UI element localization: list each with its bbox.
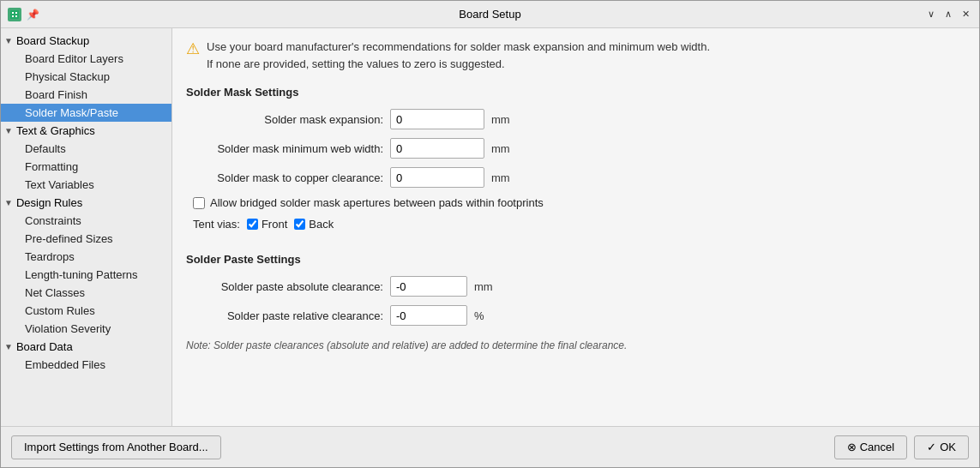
sidebar-item-defaults[interactable]: Defaults	[1, 140, 171, 158]
sidebar-item-teardrops[interactable]: Teardrops	[1, 248, 171, 266]
svg-rect-0	[10, 10, 19, 19]
warning-box: ⚠ Use your board manufacturer's recommen…	[186, 39, 965, 72]
sidebar-item-net-classes[interactable]: Net Classes	[1, 284, 171, 302]
solder-mask-copper-clearance-label: Solder mask to copper clearance:	[186, 171, 383, 184]
sidebar: ▼ Board Stackup Board Editor Layers Phys…	[1, 28, 172, 426]
solder-mask-min-web-label: Solder mask minimum web width:	[186, 142, 383, 155]
allow-bridged-checkbox[interactable]	[193, 197, 205, 209]
titlebar: 📌 Board Setup ∨ ∧ ✕	[1, 1, 979, 28]
arrow-icon: ▼	[4, 198, 13, 207]
sidebar-item-constraints[interactable]: Constraints	[1, 212, 171, 230]
solder-mask-copper-clearance-unit: mm	[491, 171, 510, 184]
solder-paste-absolute-label: Solder paste absolute clearance:	[186, 280, 383, 293]
ok-button[interactable]: ✓ OK	[914, 435, 969, 459]
sidebar-item-pre-defined-sizes[interactable]: Pre-defined Sizes	[1, 230, 171, 248]
solder-mask-title: Solder Mask Settings	[186, 86, 965, 99]
sidebar-section-board-stackup: ▼ Board Stackup Board Editor Layers Phys…	[1, 32, 171, 122]
arrow-icon: ▼	[4, 342, 13, 351]
warning-icon: ⚠	[186, 39, 200, 58]
solder-paste-title: Solder Paste Settings	[186, 253, 965, 266]
sidebar-section-board-data: ▼ Board Data Embedded Files	[1, 338, 171, 374]
sidebar-item-solder-mask-paste[interactable]: Solder Mask/Paste	[1, 104, 171, 122]
ok-icon: ✓	[927, 441, 936, 453]
svg-rect-4	[15, 15, 17, 17]
sidebar-item-board-finish[interactable]: Board Finish	[1, 86, 171, 104]
solder-mask-expansion-row: Solder mask expansion: mm	[186, 109, 965, 129]
tent-front-checkbox[interactable]	[247, 219, 258, 230]
minimize-button[interactable]: ∨	[924, 8, 938, 21]
sidebar-section-text-graphics: ▼ Text & Graphics Defaults Formatting Te…	[1, 122, 171, 194]
warning-text: Use your board manufacturer's recommenda…	[207, 39, 710, 72]
solder-paste-relative-unit: %	[474, 309, 484, 322]
solder-paste-absolute-row: Solder paste absolute clearance: mm	[186, 276, 965, 297]
board-setup-window: 📌 Board Setup ∨ ∧ ✕ ▼ Board Stackup Boar…	[0, 0, 980, 468]
sidebar-group-design-rules[interactable]: ▼ Design Rules	[1, 194, 171, 212]
footer: Import Settings from Another Board... ⊗ …	[1, 426, 979, 467]
solder-mask-expansion-label: Solder mask expansion:	[186, 113, 383, 126]
solder-paste-section: Solder Paste Settings Solder paste absol…	[186, 253, 965, 351]
import-settings-button[interactable]: Import Settings from Another Board...	[11, 435, 221, 459]
cancel-button[interactable]: ⊗ Cancel	[834, 435, 907, 459]
svg-rect-2	[15, 12, 17, 14]
sidebar-item-embedded-files[interactable]: Embedded Files	[1, 356, 171, 374]
sidebar-group-label-text-graphics: Text & Graphics	[16, 124, 95, 137]
tent-back-group: Back	[294, 218, 334, 231]
sidebar-item-board-editor-layers[interactable]: Board Editor Layers	[1, 50, 171, 68]
titlebar-left: 📌	[8, 8, 39, 21]
sidebar-group-label-design-rules: Design Rules	[16, 196, 82, 209]
sidebar-group-label-board-data: Board Data	[16, 340, 73, 353]
solder-mask-expansion-unit: mm	[491, 113, 510, 126]
footer-right: ⊗ Cancel ✓ OK	[834, 435, 969, 459]
tent-vias-row: Tent vias: Front Back	[193, 218, 965, 231]
solder-mask-copper-clearance-input[interactable]	[390, 167, 484, 188]
allow-bridged-row: Allow bridged solder mask apertures betw…	[193, 196, 965, 209]
sidebar-item-violation-severity[interactable]: Violation Severity	[1, 320, 171, 338]
sidebar-group-text-graphics[interactable]: ▼ Text & Graphics	[1, 122, 171, 140]
close-button[interactable]: ✕	[959, 8, 972, 21]
allow-bridged-label: Allow bridged solder mask apertures betw…	[210, 196, 544, 209]
window-title: Board Setup	[459, 8, 520, 21]
sidebar-group-board-stackup[interactable]: ▼ Board Stackup	[1, 32, 171, 50]
solder-mask-expansion-input[interactable]	[390, 109, 484, 129]
tent-front-label: Front	[262, 218, 287, 231]
sidebar-item-text-variables[interactable]: Text Variables	[1, 176, 171, 194]
solder-mask-min-web-unit: mm	[491, 142, 510, 155]
sidebar-item-physical-stackup[interactable]: Physical Stackup	[1, 68, 171, 86]
maximize-button[interactable]: ∧	[941, 8, 955, 21]
solder-mask-min-web-input[interactable]	[390, 138, 484, 159]
sidebar-group-label-board-stackup: Board Stackup	[16, 34, 89, 47]
solder-paste-note: Note: Solder paste clearances (absolute …	[186, 339, 965, 351]
cancel-icon: ⊗	[847, 441, 857, 453]
solder-mask-copper-clearance-row: Solder mask to copper clearance: mm	[186, 167, 965, 188]
sidebar-group-board-data[interactable]: ▼ Board Data	[1, 338, 171, 356]
tent-vias-label: Tent vias:	[193, 218, 240, 231]
titlebar-controls: ∨ ∧ ✕	[924, 8, 972, 21]
arrow-icon: ▼	[4, 126, 13, 135]
arrow-icon: ▼	[4, 36, 13, 45]
svg-rect-1	[12, 12, 14, 14]
solder-paste-relative-input[interactable]	[390, 305, 467, 326]
main-content: ▼ Board Stackup Board Editor Layers Phys…	[1, 28, 979, 426]
tent-back-label: Back	[309, 218, 334, 231]
sidebar-item-formatting[interactable]: Formatting	[1, 158, 171, 176]
solder-paste-relative-row: Solder paste relative clearance: %	[186, 305, 965, 326]
solder-paste-absolute-input[interactable]	[390, 276, 467, 297]
sidebar-item-custom-rules[interactable]: Custom Rules	[1, 302, 171, 320]
solder-mask-min-web-row: Solder mask minimum web width: mm	[186, 138, 965, 159]
pin-icon: 📌	[27, 9, 39, 21]
solder-paste-absolute-unit: mm	[474, 280, 493, 293]
tent-back-checkbox[interactable]	[294, 219, 305, 230]
sidebar-item-length-tuning-patterns[interactable]: Length-tuning Patterns	[1, 266, 171, 284]
solder-paste-relative-label: Solder paste relative clearance:	[186, 309, 383, 322]
svg-rect-3	[12, 15, 14, 17]
tent-front-group: Front	[247, 218, 287, 231]
footer-left: Import Settings from Another Board...	[11, 435, 221, 459]
sidebar-section-design-rules: ▼ Design Rules Constraints Pre-defined S…	[1, 194, 171, 338]
right-panel: ⚠ Use your board manufacturer's recommen…	[172, 28, 979, 426]
app-icon	[8, 8, 21, 21]
